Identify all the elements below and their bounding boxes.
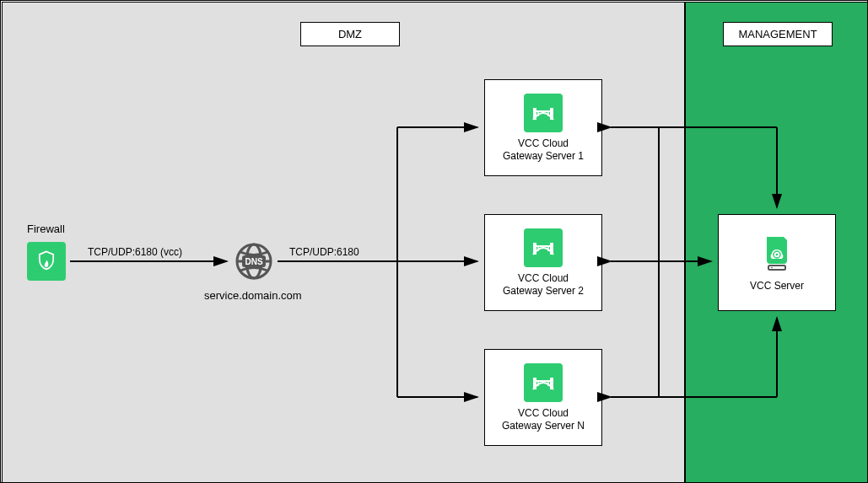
bridge-icon (524, 363, 563, 402)
gateway-server-2: VCC Cloud Gateway Server 2 (484, 214, 602, 311)
gateway-server-1: VCC Cloud Gateway Server 1 (484, 79, 602, 176)
edge-fw-dns-label: TCP/UDP:6180 (vcc) (88, 246, 182, 258)
firewall-label: Firewall (27, 223, 65, 235)
gateway-1-label: VCC Cloud Gateway Server 1 (503, 137, 584, 163)
svg-point-21 (776, 254, 779, 256)
vcc-server: VCC Server (718, 214, 836, 311)
cloud-server-icon (756, 233, 798, 275)
dns-label: service.domain.com (204, 289, 302, 302)
svg-point-23 (771, 267, 773, 269)
gateway-2-label: VCC Cloud Gateway Server 2 (503, 272, 584, 298)
zone-management-label-text: MANAGEMENT (738, 28, 817, 40)
bridge-icon (524, 228, 563, 267)
zone-dmz-label: DMZ (300, 22, 400, 46)
zone-dmz-label-text: DMZ (338, 28, 362, 40)
diagram-canvas: DMZ MANAGEMENT Firewall DNS service.doma… (0, 0, 868, 483)
gateway-server-n: VCC Cloud Gateway Server N (484, 349, 602, 446)
bridge-icon (524, 94, 563, 132)
vcc-server-label: VCC Server (750, 280, 804, 292)
firewall-icon (27, 242, 66, 281)
svg-rect-22 (768, 266, 785, 270)
gateway-n-label: VCC Cloud Gateway Server N (502, 407, 585, 432)
zone-management-label: MANAGEMENT (723, 22, 833, 46)
svg-text:DNS: DNS (245, 257, 262, 266)
dns-icon: DNS (234, 241, 274, 282)
edge-dns-gw-label: TCP/UDP:6180 (289, 246, 359, 258)
